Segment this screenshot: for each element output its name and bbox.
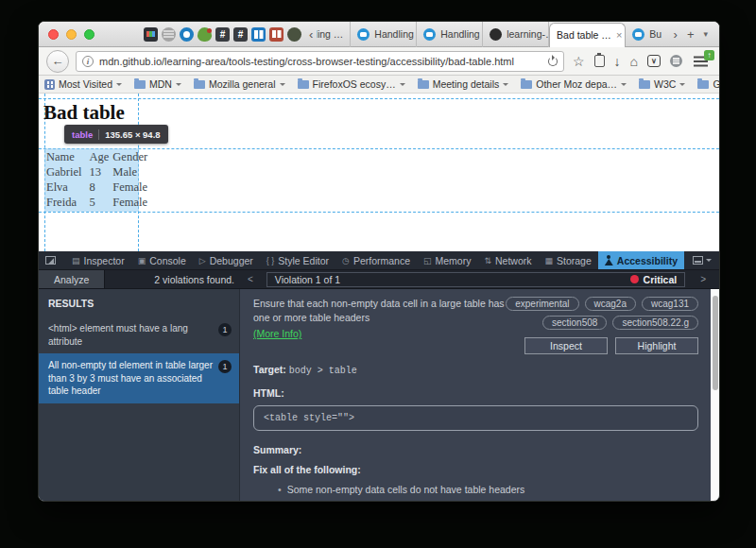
tab-strip: dling … Handling … Handling … learning-…… [317, 22, 662, 47]
tab-style-editor[interactable]: { } Style Editor [260, 251, 335, 269]
tab-storage[interactable]: ▦ Storage [539, 251, 598, 269]
bookmark-label: Mozilla general [209, 78, 276, 90]
close-tab-icon[interactable]: × [616, 29, 622, 41]
violation-description: Ensure that each non-empty data cell in … [253, 298, 505, 323]
scrollbar[interactable] [711, 289, 719, 501]
bookmark-folder[interactable]: W3C [639, 78, 685, 90]
url-bar[interactable]: i mdn.github.io/learning-area/tools-test… [76, 51, 564, 72]
target-label: Target: [253, 364, 286, 375]
menu-hamburger-icon[interactable]: ↑ [694, 60, 708, 62]
tab-memory[interactable]: ◱ Memory [417, 251, 477, 269]
tab-scroll-right-button[interactable]: › [670, 22, 681, 47]
tab-inspector[interactable]: ▤ Inspector [65, 251, 131, 269]
severity-label: Critical [644, 274, 678, 285]
bookmarks-menu-icon[interactable] [594, 55, 605, 67]
bookmark-folder[interactable]: Other Moz depa… [521, 78, 627, 90]
pinned-tab-bug-icon[interactable] [287, 27, 301, 42]
tab-active-bad-table[interactable]: Bad table … × [549, 23, 626, 47]
tab-label: Handling … [374, 28, 417, 40]
tag-pill: experimental [506, 297, 578, 311]
table-cell: 13 [83, 164, 111, 180]
results-sidebar: RESULTS <html> element must have a lang … [39, 289, 240, 501]
more-info-link[interactable]: (More Info) [253, 327, 301, 341]
bookmark-folder[interactable]: Games [697, 78, 720, 90]
network-icon: ⇅ [484, 256, 491, 265]
tab[interactable]: learning-… [483, 22, 549, 47]
tag-pill: section508.22.g [612, 316, 698, 330]
tab-scroll-left-button[interactable]: ‹ [305, 22, 317, 47]
pinned-tab-ring-icon[interactable] [180, 27, 194, 42]
home-icon[interactable]: ⌂ [630, 55, 638, 68]
pinned-tab-analytics-icon[interactable] [144, 27, 158, 42]
pick-element-icon[interactable] [45, 256, 56, 265]
chevron-down-icon [679, 83, 685, 86]
bookmark-folder[interactable]: Meeting details [418, 78, 509, 90]
chat-icon [423, 28, 436, 41]
back-button[interactable]: ← [46, 50, 69, 73]
bookmark-folder[interactable]: Mozilla general [194, 78, 285, 90]
zoom-window-button[interactable] [84, 29, 94, 40]
tab-list-button[interactable]: ▾ [699, 22, 712, 47]
result-text: <html> element must have a lang attribut… [48, 322, 213, 348]
tab[interactable]: Bu [626, 22, 662, 47]
tab[interactable]: dling … [317, 22, 351, 47]
extension-icon[interactable] [670, 55, 682, 67]
bookmark-folder[interactable]: FirefoxOS ecosy… [298, 78, 405, 90]
tag-pills: experimental wcag2a wcag131 section508 s… [506, 297, 698, 354]
chevron-down-icon [280, 83, 285, 86]
tab-performance[interactable]: ◷ Performance [335, 251, 417, 269]
tab-label: learning-… [507, 28, 549, 40]
result-item[interactable]: <html> element must have a lang attribut… [39, 317, 239, 353]
reload-icon[interactable] [548, 57, 558, 66]
tab[interactable]: Handling … [417, 22, 483, 47]
highlighted-table-region[interactable]: Name Age Gender Gabriel 13 Male Elva 8 F… [44, 148, 139, 212]
table-cell: Female [111, 180, 149, 195]
dock-side-icon[interactable] [693, 256, 703, 265]
bookmark-most-visited[interactable]: Most Visited [44, 78, 122, 90]
violation-detail-pane: Ensure that each non-empty data cell in … [240, 289, 719, 501]
bookmark-star-icon[interactable]: ☆ [573, 55, 585, 68]
minimize-window-button[interactable] [66, 29, 77, 40]
chevron-down-icon [400, 83, 405, 86]
highlight-button[interactable]: Highlight [615, 337, 698, 354]
result-item-selected[interactable]: All non-empty td element in table larger… [39, 353, 239, 403]
pocket-icon[interactable]: ∨ [647, 55, 661, 67]
url-text[interactable]: mdn.github.io/learning-area/tools-testin… [99, 56, 542, 67]
table-cell: Elva [44, 180, 83, 195]
downloads-icon[interactable]: ↓ [614, 55, 621, 68]
tab[interactable]: Handling … [351, 22, 417, 47]
tag-pill: wcag2a [585, 297, 636, 311]
close-window-button[interactable] [48, 29, 59, 40]
pinned-tab-globe-icon[interactable] [162, 27, 176, 42]
accessibility-person-icon [605, 255, 613, 265]
inspect-button[interactable]: Inspect [524, 337, 608, 354]
tooltip-divider [98, 129, 99, 140]
folder-icon [521, 80, 532, 89]
pinned-tab-trello-blue-icon[interactable] [251, 27, 266, 42]
memory-icon: ◱ [423, 256, 432, 265]
scrollbar-thumb[interactable] [713, 296, 718, 390]
tab-debugger[interactable]: ▷ Debugger [193, 251, 260, 269]
pinned-tab-hash-icon[interactable]: # [233, 27, 248, 42]
page-content: Bad table table 135.65 × 94.8 Name Age G… [39, 94, 719, 251]
html-label: HTML: [253, 387, 698, 399]
pinned-tab-hash-icon[interactable]: # [215, 27, 230, 42]
bookmark-folder[interactable]: MDN [134, 78, 181, 90]
folder-icon [194, 80, 205, 89]
tab-network[interactable]: ⇅ Network [477, 251, 538, 269]
previous-violation-button[interactable]: < [234, 274, 266, 284]
site-info-icon[interactable]: i [82, 56, 94, 67]
tab-console[interactable]: ▣ Console [131, 251, 193, 269]
tab-accessibility[interactable]: Accessibility [598, 251, 684, 269]
tab-label: Memory [436, 255, 472, 266]
table-row: Gabriel 13 Male [44, 164, 149, 180]
pinned-tab-trello-red-icon[interactable] [269, 27, 284, 42]
next-violation-button[interactable]: > [687, 274, 719, 284]
analyze-button[interactable]: Analyze [39, 270, 105, 288]
folder-icon [639, 80, 650, 89]
new-tab-button[interactable]: + [683, 22, 698, 47]
pinned-tab-berry-icon[interactable] [198, 27, 212, 42]
table-cell: Gender [111, 149, 149, 164]
table-cell: Age [83, 149, 111, 164]
chat-icon [357, 28, 369, 41]
